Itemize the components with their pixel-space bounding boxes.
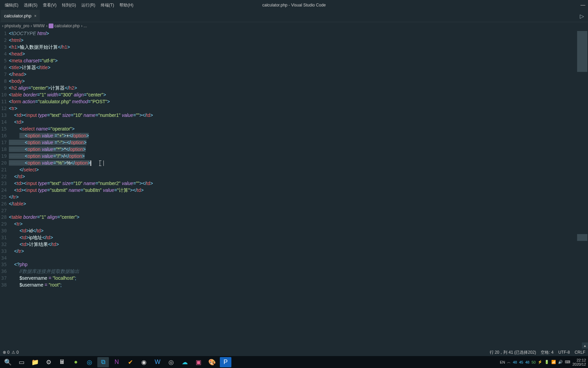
taskbar-edge-icon[interactable]: ◎ bbox=[84, 357, 95, 367]
tray-temp2[interactable]: 45 bbox=[519, 360, 523, 364]
menu-help[interactable]: 帮助(H) bbox=[117, 2, 136, 8]
taskbar-chrome-icon[interactable]: ◉ bbox=[138, 357, 150, 367]
menu-terminal[interactable]: 终端(T) bbox=[98, 2, 117, 8]
run-icon[interactable]: ▷ bbox=[580, 13, 584, 19]
crumb-www[interactable]: › WWW bbox=[31, 24, 45, 28]
tray-temp4[interactable]: 50 bbox=[532, 360, 536, 364]
taskbar-word-icon[interactable]: W bbox=[152, 357, 163, 367]
crumb-more[interactable]: › ... bbox=[81, 24, 87, 28]
tray-clock[interactable]: 22:122020/12 bbox=[572, 358, 586, 366]
tray-chevron-up-icon[interactable]: ︿ bbox=[507, 359, 511, 365]
taskbar-taskview-icon[interactable]: ▭ bbox=[16, 357, 27, 367]
tray-volume-icon[interactable]: 🔊 bbox=[558, 360, 563, 364]
breadcrumb: › phpstudy_pro › WWW › calculator.php › … bbox=[0, 22, 588, 30]
taskbar-file-explorer-icon[interactable]: 📁 bbox=[29, 357, 41, 367]
taskbar-paint-icon[interactable]: 🎨 bbox=[206, 357, 218, 367]
status-warnings[interactable]: ⚠ 0 bbox=[12, 350, 19, 355]
menu-bar: 编辑(E) 选择(S) 查看(V) 转到(G) 运行(R) 终端(T) 帮助(H… bbox=[0, 0, 588, 10]
window-minimize[interactable]: — bbox=[581, 2, 585, 7]
menu-view[interactable]: 查看(V) bbox=[40, 2, 59, 8]
minimap[interactable] bbox=[573, 30, 588, 349]
taskbar-bili-icon[interactable]: ▣ bbox=[193, 357, 204, 367]
tray-ime[interactable]: EN bbox=[500, 360, 505, 364]
menu-goto[interactable]: 转到(G) bbox=[59, 2, 79, 8]
taskbar-360-icon[interactable]: ● bbox=[70, 357, 82, 367]
menu-run[interactable]: 运行(R) bbox=[79, 2, 98, 8]
taskbar-vscode-icon[interactable]: ⧉ bbox=[97, 357, 109, 367]
tray-keyboard-icon[interactable]: ⌨ bbox=[565, 360, 570, 364]
ibeam-cursor-icon bbox=[100, 160, 104, 166]
menu-select[interactable]: 选择(S) bbox=[21, 2, 40, 8]
taskbar-check-icon[interactable]: ✔ bbox=[125, 357, 136, 367]
crumb-phpstudy[interactable]: › phpstudy_pro bbox=[2, 24, 29, 28]
tab-bar: calculator.php × ▷ bbox=[0, 10, 588, 22]
window-title: calculator.php - Visual Studio Code bbox=[262, 3, 326, 7]
tab-label: calculator.php bbox=[4, 13, 31, 18]
status-cursor-pos[interactable]: 行 20，列 41 (已选择202) bbox=[490, 350, 536, 355]
taskbar-onenote-icon[interactable]: N bbox=[111, 357, 122, 367]
crumb-file[interactable]: › calculator.php bbox=[46, 24, 80, 29]
taskbar: 🔍 ▭ 📁 ⚙ 🖩 ● ◎ ⧉ N ✔ ◉ W ◎ ☁ ▣ 🎨 P EN ︿ 4… bbox=[0, 356, 588, 368]
tray-bolt-icon[interactable]: ⚡ bbox=[538, 360, 542, 364]
taskbar-calculator-icon[interactable]: 🖩 bbox=[56, 357, 68, 367]
taskbar-settings-icon[interactable]: ⚙ bbox=[43, 357, 54, 367]
php-file-icon bbox=[49, 24, 53, 28]
tray-temp1[interactable]: 48 bbox=[513, 360, 517, 364]
tray-battery-icon[interactable]: 🔋 bbox=[544, 360, 549, 364]
system-tray: EN ︿ 48 45 48 50 ⚡ 🔋 📶 🔊 ⌨ 22:122020/12 bbox=[500, 356, 586, 368]
code-editor[interactable]: 1<!DOCTYPE html> 2<html> 3<h1>输入数据开始计算</… bbox=[0, 30, 588, 349]
tab-close-icon[interactable]: × bbox=[34, 14, 36, 18]
status-indent[interactable]: 空格: 4 bbox=[541, 350, 553, 355]
taskbar-target-icon[interactable]: ◎ bbox=[165, 357, 177, 367]
menu-edit[interactable]: 编辑(E) bbox=[2, 2, 21, 8]
status-encoding[interactable]: UTF-8 bbox=[558, 350, 570, 355]
scroll-up-icon[interactable]: ▲ bbox=[582, 342, 588, 349]
status-bar: ⊗ 0 ⚠ 0 行 20，列 41 (已选择202) 空格: 4 UTF-8 C… bbox=[0, 349, 588, 356]
status-errors[interactable]: ⊗ 0 bbox=[3, 350, 10, 355]
text-cursor bbox=[91, 160, 91, 166]
taskbar-ps-icon[interactable]: P bbox=[220, 357, 231, 367]
tab-calculator[interactable]: calculator.php × bbox=[1, 10, 40, 22]
status-eol[interactable]: CRLF bbox=[575, 350, 585, 355]
tray-temp3[interactable]: 48 bbox=[525, 360, 529, 364]
taskbar-flow-icon[interactable]: ☁ bbox=[179, 357, 191, 367]
taskbar-search-icon[interactable]: 🔍 bbox=[2, 357, 14, 367]
tray-wifi-icon[interactable]: 📶 bbox=[551, 360, 556, 364]
